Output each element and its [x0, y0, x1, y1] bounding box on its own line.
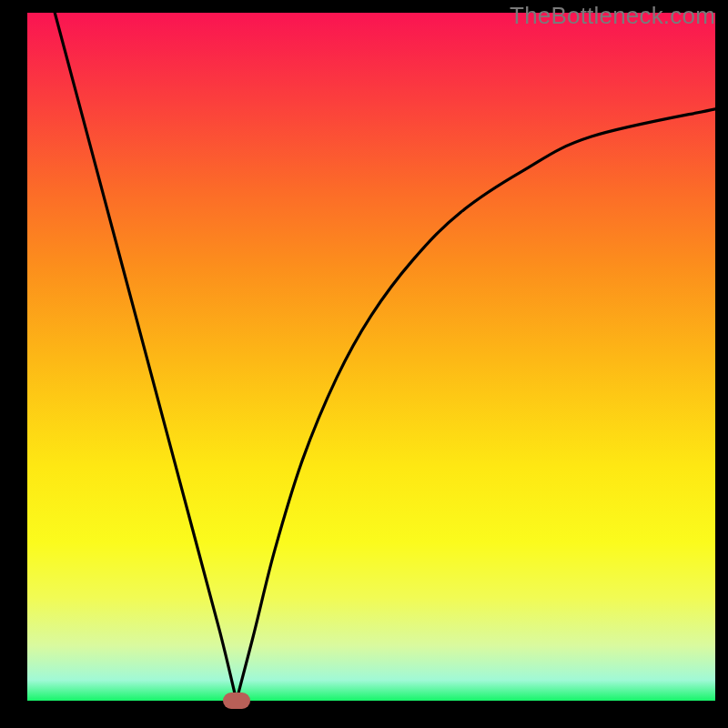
- bottleneck-curve-left: [55, 13, 237, 701]
- watermark-text: TheBottleneck.com: [510, 2, 715, 30]
- chart-stage: TheBottleneck.com: [0, 0, 728, 728]
- bottleneck-curve-right: [237, 109, 715, 701]
- plot-area: [27, 13, 715, 701]
- minimum-marker: [223, 693, 250, 709]
- curve-layer: [27, 13, 715, 701]
